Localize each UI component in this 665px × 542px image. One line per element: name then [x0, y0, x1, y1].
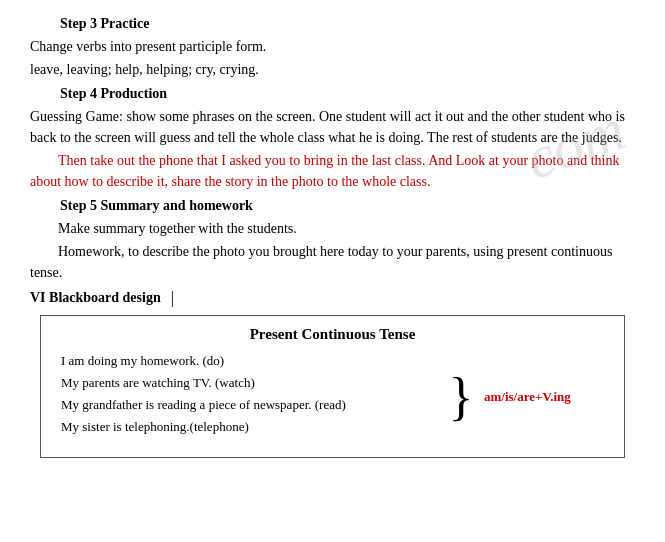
step5-section: Step 5 Summary and homework Make summary…: [30, 198, 635, 283]
step4-section: Step 4 Production Guessing Game: show so…: [30, 86, 635, 192]
example-line-2: My parents are watching TV. (watch): [61, 375, 438, 391]
step5-para1: Make summary together with the students.: [30, 218, 635, 239]
blackboard-content: I am doing my homework. (do) My parents …: [61, 353, 604, 441]
examples-column: I am doing my homework. (do) My parents …: [61, 353, 438, 441]
step3-section: Step 3 Practice Change verbs into presen…: [30, 16, 635, 80]
blackboard-title: Present Continuous Tense: [61, 326, 604, 343]
step3-heading: Step 3 Practice: [60, 16, 635, 32]
formula-text: am/is/are+V.ing: [484, 389, 571, 404]
example-line-3: My grandfather is reading a piece of new…: [61, 397, 438, 413]
step5-heading: Step 5 Summary and homework: [60, 198, 635, 214]
step3-para2: leave, leaving; help, helping; cry, cryi…: [30, 59, 635, 80]
vi-section: VI Blackboard design |: [30, 289, 635, 307]
vi-label: VI Blackboard design: [30, 290, 161, 306]
example-line-4: My sister is telephoning.(telephone): [61, 419, 438, 435]
formula-column: am/is/are+V.ing: [484, 389, 604, 405]
blackboard-box: Present Continuous Tense I am doing my h…: [40, 315, 625, 458]
step5-para2: Homework, to describe the photo you brou…: [30, 241, 635, 283]
right-bracket: }: [446, 371, 476, 423]
page: com Step 3 Practice Change verbs into pr…: [0, 0, 665, 468]
step4-para1: Guessing Game: show some phrases on the …: [30, 106, 635, 148]
step4-para2: Then take out the phone that I asked you…: [30, 150, 635, 192]
step4-heading: Step 4 Production: [60, 86, 635, 102]
step3-para1: Change verbs into present participle for…: [30, 36, 635, 57]
vi-cursor: |: [171, 289, 174, 307]
example-line-1: I am doing my homework. (do): [61, 353, 438, 369]
